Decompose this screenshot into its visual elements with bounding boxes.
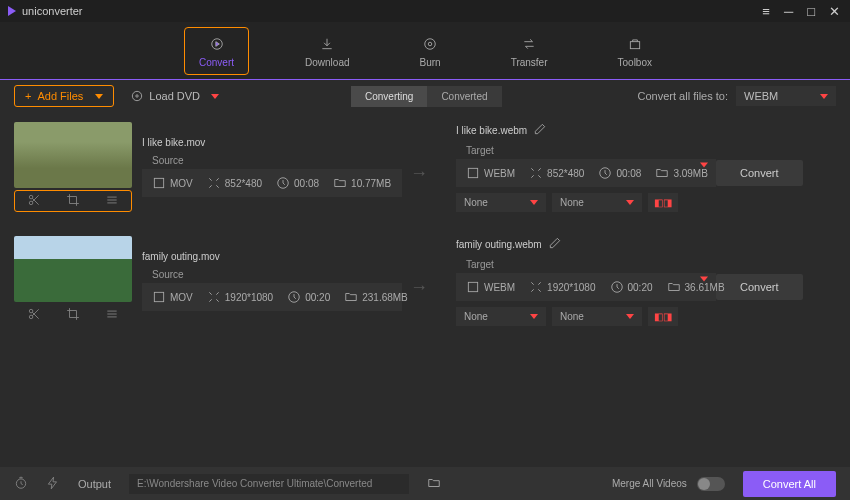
trim-icon[interactable]: [27, 193, 41, 209]
hd-quality-button[interactable]: ◧◨: [648, 193, 678, 212]
convert-all-button[interactable]: Convert All: [743, 471, 836, 497]
nav-transfer[interactable]: Transfer: [497, 28, 562, 74]
svg-point-5: [136, 95, 138, 97]
nav-burn[interactable]: Burn: [406, 28, 455, 74]
duration-stat: 00:08: [276, 176, 319, 190]
resolution-icon: [529, 166, 543, 180]
load-dvd-label: Load DVD: [149, 90, 200, 102]
output-path-input[interactable]: [129, 474, 409, 494]
minimize-button[interactable]: ─: [782, 4, 795, 19]
target-filename: I like bike.webm: [456, 125, 527, 136]
merge-label: Merge All Videos: [612, 478, 687, 489]
output-format-select[interactable]: WEBM: [736, 86, 836, 106]
clock-icon: [610, 280, 624, 294]
add-files-button[interactable]: + Add Files: [14, 85, 114, 107]
toolbar: + Add Files Load DVD Converting Converte…: [0, 80, 850, 112]
crop-icon[interactable]: [66, 307, 80, 323]
nav-convert[interactable]: Convert: [184, 27, 249, 75]
film-icon: [466, 166, 480, 180]
folder-icon: [333, 176, 347, 190]
app-title: uniconverter: [22, 5, 83, 17]
titlebar: uniconverter ≡ ─ □ ✕: [0, 0, 850, 22]
nav-toolbox[interactable]: Toolbox: [604, 28, 666, 74]
svg-rect-16: [468, 282, 477, 291]
toolbox-icon: [625, 34, 645, 54]
target-header: Target: [456, 142, 716, 159]
close-button[interactable]: ✕: [827, 4, 842, 19]
nav-download[interactable]: Download: [291, 28, 363, 74]
svg-rect-10: [468, 168, 477, 177]
schedule-icon[interactable]: [14, 476, 28, 492]
audio-select[interactable]: None: [552, 193, 642, 212]
crop-icon[interactable]: [66, 193, 80, 209]
folder-icon: [655, 166, 669, 180]
file-list: I like bike.mov Source MOV 852*480 00:08…: [0, 112, 850, 467]
file-item: I like bike.mov Source MOV 852*480 00:08…: [14, 122, 836, 212]
convert-button[interactable]: Convert: [716, 274, 803, 300]
target-info[interactable]: WEBM 852*480 00:08 3.09MB: [456, 159, 716, 187]
maximize-button[interactable]: □: [805, 4, 817, 19]
clock-icon: [598, 166, 612, 180]
hd-quality-button[interactable]: ◧◨: [648, 307, 678, 326]
source-info: MOV 1920*1080 00:20 231.68MB: [142, 283, 402, 311]
load-dvd-button[interactable]: Load DVD: [130, 89, 219, 103]
source-header: Source: [142, 266, 402, 283]
edit-icon[interactable]: [533, 122, 547, 138]
audio-select[interactable]: None: [552, 307, 642, 326]
chevron-down-icon: [820, 94, 828, 99]
format-value: WEBM: [744, 90, 778, 102]
arrow-icon: →: [410, 151, 428, 184]
top-nav: Convert Download Burn Transfer Toolbox: [0, 22, 850, 80]
clock-icon: [276, 176, 290, 190]
target-info[interactable]: WEBM 1920*1080 00:20 36.61MB: [456, 273, 716, 301]
convert-all-to: Convert all files to: WEBM: [638, 86, 836, 106]
clock-icon: [287, 290, 301, 304]
trim-icon[interactable]: [27, 307, 41, 323]
nav-label: Toolbox: [618, 57, 652, 68]
svg-point-2: [428, 42, 432, 46]
video-thumbnail[interactable]: [14, 122, 132, 188]
download-icon: [317, 34, 337, 54]
file-item: family outing.mov Source MOV 1920*1080 0…: [14, 236, 836, 326]
subtitle-select[interactable]: None: [456, 307, 546, 326]
plus-icon: +: [25, 90, 31, 102]
format-stat: MOV: [152, 176, 193, 190]
subtitle-select[interactable]: None: [456, 193, 546, 212]
bottom-bar: Output Merge All Videos Convert All: [0, 467, 850, 500]
subtabs: Converting Converted: [351, 86, 502, 107]
nav-label: Burn: [420, 57, 441, 68]
convert-icon: [207, 34, 227, 54]
merge-toggle[interactable]: [697, 477, 725, 491]
video-thumbnail[interactable]: [14, 236, 132, 302]
film-icon: [152, 176, 166, 190]
gpu-accel-icon[interactable]: [46, 476, 60, 492]
chevron-down-icon[interactable]: [700, 162, 708, 167]
effects-icon[interactable]: [105, 307, 119, 323]
convert-button[interactable]: Convert: [716, 160, 803, 186]
source-header: Source: [142, 152, 402, 169]
chevron-down-icon: [95, 94, 103, 99]
tab-converting[interactable]: Converting: [351, 86, 427, 107]
transfer-icon: [519, 34, 539, 54]
target-header: Target: [456, 256, 716, 273]
svg-point-4: [133, 91, 142, 100]
source-filename: I like bike.mov: [142, 137, 402, 148]
menu-icon[interactable]: ≡: [760, 4, 772, 19]
svg-point-1: [425, 38, 436, 49]
film-icon: [152, 290, 166, 304]
folder-icon: [344, 290, 358, 304]
chevron-down-icon[interactable]: [700, 276, 708, 281]
resolution-icon: [529, 280, 543, 294]
resolution-icon: [207, 290, 221, 304]
target-filename: family outing.webm: [456, 239, 542, 250]
effects-icon[interactable]: [105, 193, 119, 209]
film-icon: [466, 280, 480, 294]
tab-converted[interactable]: Converted: [427, 86, 501, 107]
add-files-label: Add Files: [37, 90, 83, 102]
chevron-down-icon: [211, 94, 219, 99]
dvd-icon: [130, 89, 144, 103]
browse-folder-icon[interactable]: [427, 476, 441, 492]
size-stat: 10.77MB: [333, 176, 391, 190]
edit-icon[interactable]: [548, 236, 562, 252]
thumb-tools: [14, 304, 132, 326]
